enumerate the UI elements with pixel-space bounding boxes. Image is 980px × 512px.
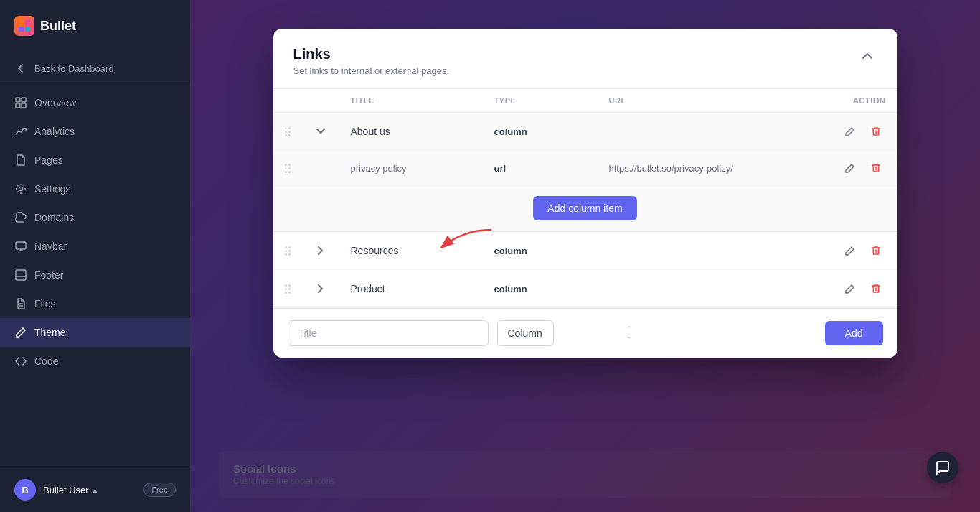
action-buttons	[837, 121, 886, 141]
expand-cell	[302, 151, 339, 186]
url-cell	[598, 231, 826, 270]
svg-rect-9	[16, 242, 26, 249]
edit-button[interactable]	[840, 121, 860, 141]
links-table: TITLE TYPE URL ACTION	[273, 88, 897, 308]
pen-icon	[14, 326, 27, 339]
sidebar-item-code[interactable]: Code	[0, 347, 190, 376]
document-icon	[14, 297, 27, 310]
add-column-item-cell: Add column item	[273, 186, 897, 232]
monitor-icon	[14, 240, 27, 253]
col-header-expand	[302, 89, 339, 113]
sidebar-item-settings[interactable]: Settings	[0, 174, 190, 203]
svg-rect-2	[19, 27, 24, 32]
url-cell	[598, 270, 826, 308]
expand-button[interactable]	[314, 281, 328, 296]
row-title: Product	[351, 283, 385, 294]
table-row: About us column	[273, 113, 897, 151]
table-row: Product column	[273, 270, 897, 308]
settings-icon	[14, 182, 27, 195]
links-modal: Links Set links to internal or external …	[273, 29, 897, 358]
url-cell	[598, 113, 826, 151]
app-name: Bullet	[40, 19, 76, 34]
expand-button[interactable]	[314, 243, 328, 258]
code-icon	[14, 355, 27, 368]
plan-badge[interactable]: Free	[143, 483, 176, 497]
drag-handle[interactable]	[285, 127, 291, 136]
drag-cell	[273, 113, 302, 151]
logo-icon	[14, 16, 34, 36]
drag-handle[interactable]	[285, 284, 291, 294]
col-header-title: TITLE	[339, 89, 483, 113]
modal-collapse-button[interactable]	[857, 46, 877, 70]
sidebar-item-label: Theme	[34, 327, 66, 338]
svg-rect-6	[16, 103, 20, 108]
sidebar-nav: Back to Dashboard Overview	[0, 49, 190, 467]
sidebar-item-label: Overview	[34, 97, 76, 108]
table-row: Resources column	[273, 231, 897, 270]
cloud-icon	[14, 211, 27, 224]
svg-rect-3	[25, 27, 30, 32]
add-column-item-row: Add column item	[273, 186, 897, 232]
user-info[interactable]: B Bullet User ▲	[14, 479, 98, 501]
sidebar-item-label: Pages	[34, 154, 63, 166]
sidebar-item-navbar[interactable]: Navbar	[0, 232, 190, 261]
title-input[interactable]	[288, 320, 489, 346]
edit-button[interactable]	[840, 279, 860, 299]
chevron-up-icon: ▲	[92, 486, 99, 494]
edit-button[interactable]	[840, 158, 860, 178]
svg-point-8	[19, 187, 23, 191]
sidebar-item-label: Domains	[34, 212, 74, 223]
sidebar-item-label: Footer	[34, 269, 63, 281]
delete-button[interactable]	[866, 241, 886, 261]
title-cell: privacy policy	[339, 151, 483, 186]
edit-button[interactable]	[840, 241, 860, 261]
expand-cell	[302, 113, 339, 151]
modal-subtitle: Set links to internal or external pages.	[293, 65, 450, 76]
trending-up-icon	[14, 125, 27, 138]
title-cell: About us	[339, 113, 483, 151]
title-cell: Product	[339, 270, 483, 308]
expand-cell	[302, 231, 339, 270]
delete-button[interactable]	[866, 279, 886, 299]
sidebar-item-theme[interactable]: Theme	[0, 318, 190, 347]
app-logo[interactable]: Bullet	[0, 0, 190, 49]
modal-header: Links Set links to internal or external …	[273, 29, 897, 88]
row-type: column	[494, 126, 527, 137]
drag-cell	[273, 151, 302, 186]
svg-rect-1	[25, 20, 30, 25]
action-cell	[826, 151, 897, 186]
drag-handle[interactable]	[285, 164, 291, 173]
delete-button[interactable]	[866, 121, 886, 141]
sidebar-item-files[interactable]: Files	[0, 289, 190, 318]
row-title: privacy policy	[351, 163, 407, 174]
sidebar-item-label: Code	[34, 355, 58, 367]
expand-button[interactable]	[314, 124, 328, 139]
col-header-drag	[273, 89, 302, 113]
drag-handle[interactable]	[285, 246, 291, 256]
action-buttons	[837, 241, 886, 261]
sidebar-item-domains[interactable]: Domains	[0, 203, 190, 232]
type-cell: column	[483, 270, 598, 308]
sidebar-item-overview[interactable]: Overview	[0, 88, 190, 117]
action-cell	[826, 270, 897, 308]
table-row-sub: privacy policy url https://bullet.so/pri…	[273, 151, 897, 186]
sidebar-item-analytics[interactable]: Analytics	[0, 117, 190, 146]
type-select-wrapper: Column URL Page	[497, 320, 641, 346]
add-link-button[interactable]: Add	[825, 321, 883, 345]
delete-button[interactable]	[866, 158, 886, 178]
svg-rect-0	[19, 20, 24, 25]
sidebar-item-back[interactable]: Back to Dashboard	[0, 52, 190, 82]
sidebar-item-footer[interactable]: Footer	[0, 261, 190, 289]
type-select[interactable]: Column URL Page	[497, 320, 554, 346]
add-column-item-button[interactable]: Add column item	[533, 196, 636, 220]
sidebar: Bullet Back to Dashboard Overv	[0, 0, 190, 512]
sidebar-item-pages[interactable]: Pages	[0, 146, 190, 174]
arrow-left-icon	[14, 62, 27, 75]
expand-cell	[302, 270, 339, 308]
svg-rect-4	[16, 98, 20, 102]
drag-cell	[273, 231, 302, 270]
col-header-url: URL	[598, 89, 826, 113]
modal-title: Links	[293, 46, 450, 62]
action-cell	[826, 113, 897, 151]
chat-button[interactable]	[927, 452, 958, 483]
